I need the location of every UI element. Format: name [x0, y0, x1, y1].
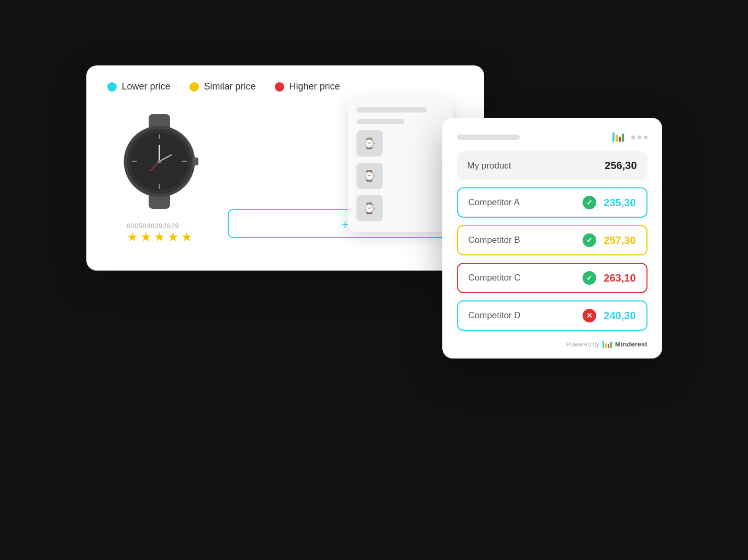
mid-bar-1	[356, 107, 427, 113]
svg-point-12	[158, 160, 161, 163]
brand-name: Minderest	[615, 340, 647, 348]
powered-bar-green	[610, 342, 612, 348]
legend-dot-lower	[107, 82, 117, 92]
svg-rect-13	[193, 158, 198, 165]
competitor-a-right: ✓ 235,30	[583, 196, 635, 209]
competitor-a-name: Competitor A	[468, 197, 520, 208]
dot-2	[638, 136, 641, 139]
legend-item-similar: Similar price	[189, 81, 256, 92]
legend-item-lower: Lower price	[107, 81, 171, 92]
product-info-lower: 8005848392829 ★ ★ ★ ★ ★	[127, 222, 193, 244]
competitor-a-price: 235,30	[604, 197, 635, 209]
legend-dot-higher	[275, 82, 284, 92]
competitor-d-x-icon: ✕	[583, 309, 596, 322]
competitor-c-check-icon: ✓	[583, 271, 596, 285]
logo-bar-blue	[612, 132, 615, 142]
legend-label-higher: Higher price	[289, 81, 340, 92]
legend-item-higher: Higher price	[275, 81, 340, 92]
competitor-d-name: Competitor D	[468, 310, 521, 321]
powered-bar-yellow	[605, 343, 607, 348]
powered-bar-red	[608, 344, 609, 348]
star-4: ★	[168, 230, 179, 244]
competitor-c-name: Competitor C	[468, 273, 521, 283]
three-dots	[631, 136, 647, 139]
legend: Lower price Similar price Higher price	[107, 81, 463, 92]
competitor-row-a: Competitor A ✓ 235,30	[457, 187, 647, 218]
dot-3	[644, 136, 647, 139]
watch-svg	[111, 113, 208, 210]
logo-bar-green	[622, 133, 624, 142]
product-stars: ★ ★ ★ ★ ★	[127, 230, 193, 244]
competitor-d-right: ✕ 240,30	[583, 309, 635, 322]
competitor-row-b: Competitor B ✓ 257,30	[457, 225, 647, 255]
mid-row-3: ⌚	[356, 195, 444, 221]
mid-bar-2	[356, 119, 405, 124]
powered-by-label: Powered by	[566, 341, 599, 348]
legend-label-similar: Similar price	[204, 81, 256, 92]
competitor-row-c: Competitor C ✓ 263,10	[457, 263, 647, 293]
header-bar	[457, 135, 520, 140]
legend-label-lower: Lower price	[122, 81, 171, 92]
competitor-c-right: ✓ 263,10	[583, 271, 635, 285]
competitor-a-check-icon: ✓	[583, 196, 596, 209]
panel-header	[457, 132, 647, 144]
mid-thumb-1: ⌚	[356, 130, 383, 156]
competitor-c-price: 263,10	[604, 272, 635, 284]
product-image-column: 8005848392829 ★ ★ ★ ★ ★	[107, 109, 212, 244]
competitor-panel: My product 256,30 Competitor A ✓ 235,30 …	[442, 118, 662, 359]
my-product-price: 256,30	[605, 160, 637, 172]
logo-bar-yellow	[616, 135, 618, 142]
powered-logo	[602, 341, 612, 348]
competitor-b-name: Competitor B	[468, 235, 520, 245]
competitor-b-right: ✓ 257,30	[583, 233, 635, 247]
logo-bar-red	[619, 137, 621, 142]
competitor-b-check-icon: ✓	[583, 233, 596, 247]
mid-row-2: ⌚	[356, 163, 444, 189]
product-image	[107, 109, 212, 214]
mid-row-1: ⌚	[356, 130, 444, 156]
dot-1	[631, 136, 635, 139]
powered-by-section: Powered by Minderest	[457, 338, 647, 348]
competitor-row-d: Competitor D ✕ 240,30	[457, 300, 647, 331]
star-1: ★	[127, 230, 138, 244]
mid-thumb-3: ⌚	[356, 195, 383, 221]
mid-thumb-2: ⌚	[356, 163, 383, 189]
minderest-logo-top	[612, 132, 624, 142]
competitor-b-price: 257,30	[604, 234, 635, 247]
legend-dot-similar	[189, 82, 199, 92]
star-5: ★	[181, 230, 193, 244]
product-sku: 8005848392829	[127, 222, 193, 230]
middle-card: ⌚ ⌚ ⌚	[348, 97, 453, 232]
competitor-d-price: 240,30	[604, 310, 635, 322]
my-product-label: My product	[467, 161, 511, 171]
star-3: ★	[154, 230, 165, 244]
my-product-row: My product 256,30	[457, 151, 647, 180]
star-2: ★	[140, 230, 152, 244]
powered-bar-blue	[602, 341, 604, 348]
